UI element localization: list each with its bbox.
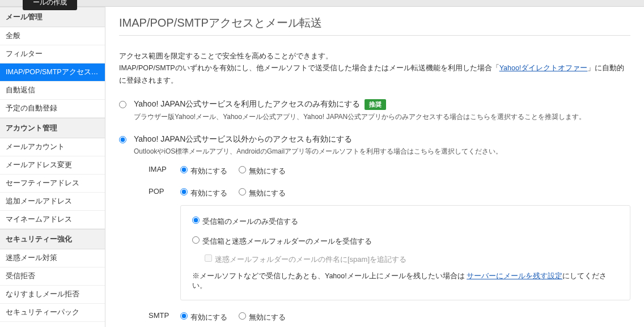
- top-bar: [0, 0, 644, 7]
- opt2-title: Yahoo! JAPAN公式サービス以外からのアクセスも有効にする: [134, 134, 352, 145]
- nav-spam[interactable]: 迷惑メール対策: [0, 249, 105, 267]
- opt1-title: Yahoo! JAPAN公式サービスを利用したアクセスのみ有効にする: [134, 99, 360, 109]
- page-title: IMAP/POP/SMTPアクセスとメール転送: [119, 15, 630, 36]
- label-pop: POP: [149, 186, 180, 196]
- section-account-mgmt: アカウント管理: [0, 118, 105, 138]
- direct-offer-link[interactable]: Yahoo!ダイレクトオファー: [499, 64, 588, 72]
- intro-line2: IMAP/POP/SMTPのいずれかを有効にし、他メールソフトで送受信した場合ま…: [119, 62, 630, 87]
- nav-virus-check[interactable]: ウイルスチェック: [0, 322, 105, 327]
- row-smtp: SMTP 有効にする 無効にする: [149, 311, 630, 322]
- compose-button[interactable]: ールの作成: [23, 0, 77, 10]
- nav-filter[interactable]: フィルター: [0, 45, 105, 63]
- label-imap: IMAP: [149, 164, 180, 173]
- pop-inbox-only[interactable]: 受信箱のメールのみ受信する: [192, 217, 298, 226]
- label-smtp: SMTP: [149, 311, 180, 320]
- nav-myname-address[interactable]: マイネームアドレス: [0, 211, 105, 229]
- nav-autoschedule[interactable]: 予定の自動登録: [0, 100, 105, 118]
- imap-disable[interactable]: 無効にする: [239, 167, 286, 175]
- pop-spam-tag[interactable]: 迷惑メールフォルダーのメールの件名に[spam]を追記する: [205, 255, 406, 264]
- pop-with-spam[interactable]: 受信箱と迷惑メールフォルダーのメールを受信する: [192, 237, 372, 245]
- nav-change-address[interactable]: メールアドレス変更: [0, 156, 105, 175]
- nav-safety-address[interactable]: セーフティーアドレス: [0, 175, 105, 193]
- leave-on-server-link[interactable]: サーバーにメールを残す設定: [467, 272, 562, 280]
- imap-enable[interactable]: 有効にする: [180, 167, 227, 175]
- intro-text: アクセス範囲を限定することで安全性を高めることができます。 IMAP/POP/S…: [119, 50, 630, 87]
- opt1-desc: ブラウザー版Yahoo!メール、Yahooメール公式アプリ、Yahoo! JAP…: [134, 112, 630, 122]
- pop-options-box: 受信箱のメールのみ受信する 受信箱と迷惑メールフォルダーのメールを受信する 迷惑…: [180, 205, 630, 300]
- nav-autoreply[interactable]: 自動返信: [0, 82, 105, 100]
- nav-mail-account[interactable]: メールアカウント: [0, 138, 105, 156]
- nav-imap-pop-smtp[interactable]: IMAP/POP/SMTPアクセス…: [0, 63, 105, 82]
- section-security: セキュリティー強化: [0, 229, 105, 249]
- nav-extra-address[interactable]: 追加メールアドレス: [0, 193, 105, 211]
- recommended-badge: 推奨: [365, 99, 386, 110]
- pop-disable[interactable]: 無効にする: [239, 189, 286, 197]
- intro-line1: アクセス範囲を限定することで安全性を高めることができます。: [119, 50, 630, 62]
- nav-general[interactable]: 全般: [0, 27, 105, 45]
- row-pop: POP 有効にする 無効にする 受信箱のメールのみ受信する 受信箱と迷惑メールフ…: [149, 186, 630, 300]
- pop-note: ※メールソフトなどで受信したあとも、Yahoo!メール上にメールを残したい場合は…: [192, 271, 618, 291]
- pop-enable[interactable]: 有効にする: [180, 189, 227, 197]
- radio-external-allowed[interactable]: [119, 136, 126, 143]
- nav-security-pack[interactable]: セキュリティーパック: [0, 304, 105, 322]
- nav-block[interactable]: 受信拒否: [0, 267, 105, 286]
- option-official-only: Yahoo! JAPAN公式サービスを利用したアクセスのみ有効にする 推奨 ブラ…: [119, 99, 630, 122]
- radio-official-only[interactable]: [119, 101, 126, 108]
- smtp-enable[interactable]: 有効にする: [180, 313, 227, 321]
- option-external-allowed: Yahoo! JAPAN公式サービス以外からのアクセスも有効にする Outloo…: [119, 134, 630, 327]
- main-content: IMAP/POP/SMTPアクセスとメール転送 アクセス範囲を限定することで安全…: [105, 7, 644, 327]
- opt2-desc: OutlookやiOS標準メールアプリ、AndroidのGmailアプリ等のメー…: [134, 147, 630, 156]
- row-imap: IMAP 有効にする 無効にする: [149, 164, 630, 176]
- smtp-disable[interactable]: 無効にする: [239, 313, 286, 321]
- nav-spoof-block[interactable]: なりすましメール拒否: [0, 286, 105, 304]
- sidebar: メール管理 全般 フィルター IMAP/POP/SMTPアクセス… 自動返信 予…: [0, 7, 105, 327]
